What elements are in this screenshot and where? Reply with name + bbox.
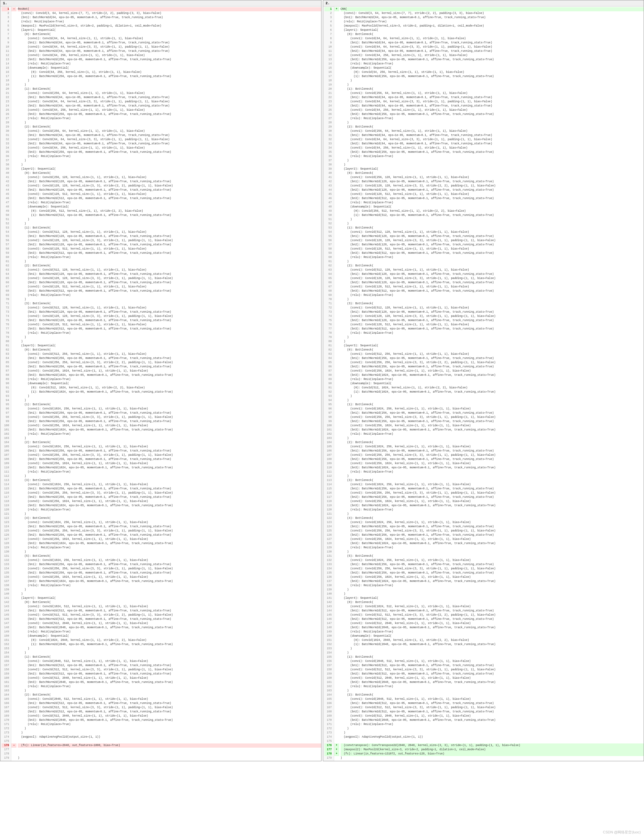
code-line[interactable]: (downsample): Sequential(	[18, 382, 321, 386]
code-line[interactable]: (bn2): BatchNorm2d(64, eps=1e-05, moment…	[341, 142, 644, 146]
code-line[interactable]: (layer4): Sequential(	[18, 596, 321, 600]
code-line[interactable]: )	[341, 163, 644, 167]
code-line[interactable]: (relu): ReLU(inplace=True)	[18, 432, 321, 436]
code-line[interactable]: (bn1): BatchNorm2d(64, eps=1e-05, moment…	[18, 16, 321, 20]
code-line[interactable]: (bn1): BatchNorm2d(64, eps=1e-05, moment…	[341, 16, 644, 20]
code-line[interactable]: (conv1): Conv2d(64, 64, kernel_size=(1, …	[18, 37, 321, 41]
code-line[interactable]: (conv1): Conv2d(512, 128, kernel_size=(1…	[18, 230, 321, 234]
code-line[interactable]: (conv1): Conv2d(1024, 256, kernel_size=(…	[18, 483, 321, 487]
code-line[interactable]: (conv3): Conv2d(256, 1024, kernel_size=(…	[18, 424, 321, 428]
code-line[interactable]: (bn3): BatchNorm2d(512, eps=1e-05, momen…	[341, 251, 644, 255]
code-line[interactable]: (bn2): BatchNorm2d(256, eps=1e-05, momen…	[341, 533, 644, 537]
code-line[interactable]: (bn2): BatchNorm2d(256, eps=1e-05, momen…	[341, 365, 644, 369]
code-line[interactable]: (conv1): Conv2d(1024, 256, kernel_size=(…	[341, 445, 644, 449]
code-line[interactable]: (relu): ReLU(inplace=True)	[18, 62, 321, 66]
code-line[interactable]: (conv1): Conv2d(1024, 256, kernel_size=(…	[18, 558, 321, 563]
code-line[interactable]: )	[341, 217, 644, 222]
code-line[interactable]: (0): Conv2d(512, 1024, kernel_size=(1, 1…	[341, 386, 644, 390]
code-line[interactable]: )	[341, 222, 644, 226]
code-line[interactable]: )	[18, 731, 321, 735]
code-line[interactable]: (bn1): BatchNorm2d(256, eps=1e-05, momen…	[341, 449, 644, 453]
code-line[interactable]: (bn2): BatchNorm2d(128, eps=1e-05, momen…	[341, 318, 644, 323]
code-line[interactable]: (0): Bottleneck(	[341, 33, 644, 37]
code-line[interactable]: )	[341, 756, 644, 760]
code-line[interactable]: (bn3): BatchNorm2d(1024, eps=1e-05, mome…	[18, 466, 321, 470]
code-line[interactable]: (layer2): Sequential(	[18, 167, 321, 171]
code-line[interactable]: (conv2): Conv2d(128, 128, kernel_size=(3…	[18, 238, 321, 243]
code-line[interactable]: (3): Bottleneck(	[341, 478, 644, 483]
code-line[interactable]: (avgpool): AdaptiveAvgPool2d(output_size…	[341, 735, 644, 739]
code-line[interactable]: (bn3): BatchNorm2d(256, eps=1e-05, momen…	[18, 112, 321, 116]
code-line[interactable]: (fc): Linear(in_features=131072, out_fea…	[341, 752, 644, 756]
code-line[interactable]: (relu): ReLU(inplace=True)	[18, 255, 321, 260]
code-line[interactable]: (bn3): BatchNorm2d(512, eps=1e-05, momen…	[18, 196, 321, 201]
code-line[interactable]: (bn3): BatchNorm2d(512, eps=1e-05, momen…	[18, 289, 321, 293]
code-line[interactable]: (2): Bottleneck(	[18, 125, 321, 129]
code-line[interactable]: (bn1): BatchNorm2d(128, eps=1e-05, momen…	[18, 234, 321, 238]
code-line[interactable]: (conv2): Conv2d(256, 256, kernel_size=(3…	[341, 529, 644, 533]
code-line[interactable]: (relu): ReLU(inplace=True)	[18, 154, 321, 158]
code-line[interactable]: (1): Bottleneck(	[341, 655, 644, 659]
code-line[interactable]: (relu): ReLU(inplace=True)	[341, 684, 644, 689]
code-line[interactable]: (conv2): Conv2d(256, 256, kernel_size=(3…	[18, 453, 321, 457]
code-line[interactable]: (3): Bottleneck(	[18, 478, 321, 483]
code-line[interactable]: (conv2): Conv2d(256, 256, kernel_size=(3…	[18, 415, 321, 420]
code-line[interactable]: (relu): ReLU(inplace=True)	[341, 331, 644, 335]
code-line[interactable]: (bn1): BatchNorm2d(256, eps=1e-05, momen…	[341, 525, 644, 529]
code-line[interactable]: (bn2): BatchNorm2d(512, eps=1e-05, momen…	[18, 617, 321, 621]
code-line[interactable]: (conv1): Conv2d(512, 256, kernel_size=(1…	[341, 352, 644, 356]
code-line[interactable]: (conv1): Conv2d(1024, 256, kernel_size=(…	[341, 483, 644, 487]
code-area-right[interactable]: 1234567891011121314151617181920212223242…	[323, 7, 644, 761]
code-line[interactable]: (bn1): BatchNorm2d(256, eps=1e-05, momen…	[341, 487, 644, 491]
code-line[interactable]: )	[341, 297, 644, 302]
code-line[interactable]: (bn1): BatchNorm2d(256, eps=1e-05, momen…	[18, 487, 321, 491]
code-line[interactable]: (2): Bottleneck(	[18, 693, 321, 697]
code-line[interactable]: (conv2): Conv2d(256, 256, kernel_size=(3…	[18, 491, 321, 495]
code-line[interactable]: (conv2): Conv2d(512, 512, kernel_size=(3…	[341, 613, 644, 617]
code-line[interactable]: (bn2): BatchNorm2d(256, eps=1e-05, momen…	[18, 533, 321, 537]
code-line[interactable]: (bn1): BatchNorm2d(128, eps=1e-05, momen…	[341, 180, 644, 184]
code-line[interactable]: (relu): ReLU(inplace=True)	[341, 470, 644, 474]
code-line[interactable]: (conv2): Conv2d(256, 256, kernel_size=(3…	[18, 361, 321, 365]
code-line[interactable]: (conv1): Conv2d(512, 128, kernel_size=(1…	[341, 306, 644, 310]
code-line[interactable]: (conv2): Conv2d(64, 64, kernel_size=(3, …	[18, 137, 321, 142]
code-line[interactable]: )	[341, 647, 644, 651]
code-line[interactable]: )	[341, 731, 644, 735]
code-line[interactable]: )	[341, 689, 644, 693]
code-line[interactable]: (bn1): BatchNorm2d(256, eps=1e-05, momen…	[341, 411, 644, 415]
code-line[interactable]: )	[18, 78, 321, 83]
code-line[interactable]: (bn2): BatchNorm2d(256, eps=1e-05, momen…	[18, 365, 321, 369]
code-line[interactable]: )	[341, 588, 644, 592]
code-line[interactable]: (bn2): BatchNorm2d(256, eps=1e-05, momen…	[341, 495, 644, 500]
code-line[interactable]: (bn3): BatchNorm2d(2048, eps=1e-05, mome…	[18, 625, 321, 630]
code-line[interactable]: (bn3): BatchNorm2d(256, eps=1e-05, momen…	[341, 150, 644, 154]
code-line[interactable]: (bn2): BatchNorm2d(128, eps=1e-05, momen…	[341, 243, 644, 247]
code-line[interactable]: (1): Bottleneck(	[18, 87, 321, 91]
code-line[interactable]: (conv1): Conv2d(256, 64, kernel_size=(1,…	[18, 129, 321, 133]
code-line[interactable]: (conv3): Conv2d(256, 1024, kernel_size=(…	[18, 462, 321, 466]
code-line[interactable]: ResNet(	[18, 7, 321, 11]
code-line[interactable]: (conv2): Conv2d(256, 256, kernel_size=(3…	[341, 361, 644, 365]
code-line[interactable]: )	[18, 121, 321, 125]
code-line[interactable]: (relu): ReLU(inplace=True)	[18, 116, 321, 121]
code-line[interactable]: (1): Bottleneck(	[341, 87, 644, 91]
code-line[interactable]: (conv3): Conv2d(256, 1024, kernel_size=(…	[341, 575, 644, 579]
code-line[interactable]: )	[18, 398, 321, 403]
code-line[interactable]: (bn3): BatchNorm2d(256, eps=1e-05, momen…	[341, 112, 644, 116]
code-line[interactable]: )	[18, 592, 321, 596]
code-line[interactable]: (layer2): Sequential(	[341, 167, 644, 171]
code-line[interactable]: (1): Bottleneck(	[341, 403, 644, 407]
code-line[interactable]: )	[341, 474, 644, 478]
code-line[interactable]: (bn2): BatchNorm2d(512, eps=1e-05, momen…	[341, 672, 644, 676]
code-line[interactable]: (conv3): Conv2d(64, 256, kernel_size=(1,…	[18, 146, 321, 150]
code-line[interactable]: (conv1): Conv2d(64, 64, kernel_size=(1, …	[341, 37, 644, 41]
code-line[interactable]: (2): Bottleneck(	[341, 264, 644, 268]
code-content[interactable]: CNN( (conv1): Conv2d(3, 64, kernel_size=…	[339, 7, 644, 761]
code-line[interactable]: (relu): ReLU(inplace=True)	[341, 62, 644, 66]
code-line[interactable]: )	[18, 550, 321, 554]
code-line[interactable]: (conv1): Conv2d(2048, 512, kernel_size=(…	[341, 659, 644, 663]
code-line[interactable]: (bn1): BatchNorm2d(256, eps=1e-05, momen…	[18, 525, 321, 529]
code-line[interactable]: (downsample): Sequential(	[341, 382, 644, 386]
code-line[interactable]: (conv2): Conv2d(512, 512, kernel_size=(3…	[341, 668, 644, 672]
code-line[interactable]: (0): Bottleneck(	[341, 171, 644, 175]
